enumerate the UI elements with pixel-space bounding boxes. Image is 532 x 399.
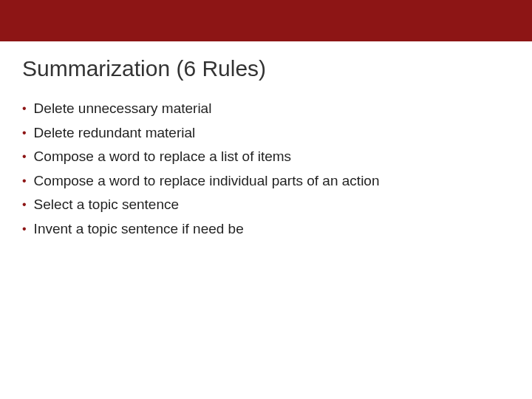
- slide-title: Summarization (6 Rules): [22, 56, 510, 81]
- bullet-icon: •: [22, 195, 27, 214]
- list-item: • Compose a word to replace a list of it…: [22, 147, 510, 167]
- list-item: • Delete redundant material: [22, 123, 510, 143]
- slide-content: Summarization (6 Rules) • Delete unneces…: [0, 41, 532, 259]
- bullet-text: Delete unnecessary material: [34, 99, 510, 119]
- bullet-icon: •: [22, 171, 27, 191]
- list-item: • Delete unnecessary material: [22, 99, 510, 119]
- bullet-icon: •: [22, 147, 27, 166]
- bullet-icon: •: [22, 123, 27, 143]
- list-item: • Compose a word to replace individual p…: [22, 171, 510, 191]
- list-item: • Invent a topic sentence if need be: [22, 219, 510, 239]
- bullet-text: Compose a word to replace individual par…: [34, 171, 510, 191]
- bullet-list: • Delete unnecessary material • Delete r…: [22, 99, 510, 239]
- bullet-icon: •: [22, 99, 27, 118]
- header-bar: [0, 0, 532, 41]
- bullet-text: Invent a topic sentence if need be: [34, 219, 510, 239]
- bullet-text: Select a topic sentence: [34, 195, 510, 215]
- bullet-text: Delete redundant material: [34, 123, 510, 143]
- bullet-icon: •: [22, 219, 27, 239]
- bullet-text: Compose a word to replace a list of item…: [34, 147, 510, 167]
- list-item: • Select a topic sentence: [22, 195, 510, 215]
